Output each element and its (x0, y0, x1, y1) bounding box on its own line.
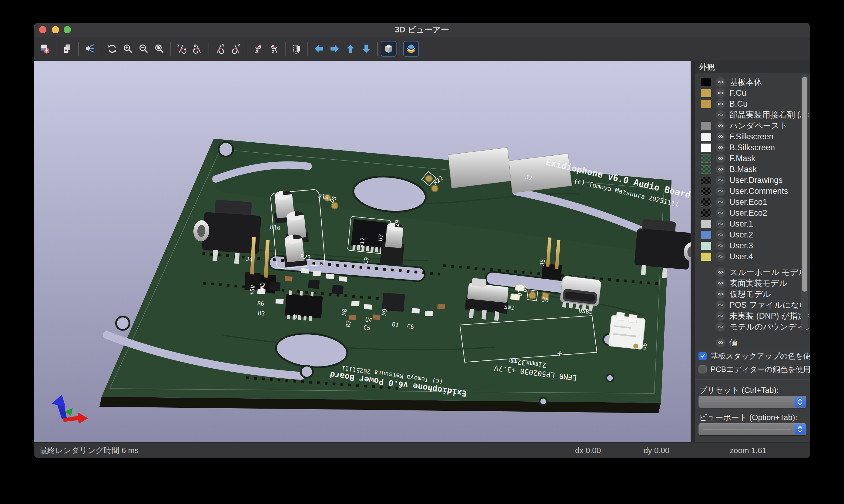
visibility-eye-icon[interactable] (716, 219, 725, 229)
visibility-eye-icon[interactable] (716, 164, 725, 174)
layer-row-adhesive[interactable]: 部品実装用接着剤 (Adhe (696, 109, 809, 120)
layer-color-swatch[interactable] (701, 176, 711, 184)
viewport-select[interactable] (699, 423, 806, 435)
layer-color-swatch[interactable] (701, 100, 711, 108)
layer-row-bcu[interactable]: B.Cu (696, 98, 809, 109)
layer-color-swatch[interactable] (701, 78, 711, 86)
preset-select[interactable] (699, 396, 806, 408)
layer-color-swatch[interactable] (701, 220, 711, 228)
3d-viewport[interactable]: Exidiophone v6.0 Audio Board (c) Tomoya … (34, 61, 691, 442)
visibility-eye-icon[interactable] (716, 252, 725, 262)
layer-row-user-eco1[interactable]: User.Eco1 (696, 197, 809, 208)
copy-image-button[interactable] (60, 41, 74, 56)
render-current-view-button[interactable] (83, 41, 97, 56)
visibility-eye-icon[interactable] (716, 154, 725, 163)
zoom-to-fit-button[interactable] (152, 41, 167, 56)
model-row-virtual[interactable]: 仮想モデル (696, 289, 809, 300)
visibility-eye-icon[interactable] (716, 197, 725, 207)
visibility-eye-icon[interactable] (716, 121, 725, 130)
layer-color-swatch[interactable] (701, 187, 711, 195)
rotate-x-ccw-button[interactable]: X (175, 41, 189, 56)
rotate-y-cw-button[interactable]: Y (228, 41, 243, 56)
reload-board-button[interactable] (38, 41, 52, 56)
layer-row-solder-paste[interactable]: ハンダペースト (696, 120, 809, 131)
visibility-eye-icon[interactable] (716, 132, 725, 141)
layer-color-swatch[interactable] (701, 231, 711, 239)
model-row-bounding-box[interactable]: モデルのバウンディング (696, 321, 809, 332)
silkscreen-ref: R7 (344, 320, 352, 327)
layer-row-fcu[interactable]: F.Cu (696, 88, 809, 98)
rotate-y-ccw-button[interactable]: Y (213, 41, 227, 56)
layer-color-swatch[interactable] (701, 111, 711, 119)
redraw-view-button[interactable] (105, 41, 119, 56)
visibility-eye-icon[interactable] (716, 143, 725, 152)
layer-color-swatch[interactable] (701, 165, 711, 174)
layer-row-fmask[interactable]: F.Mask (696, 153, 809, 164)
layer-color-swatch[interactable] (701, 242, 711, 250)
pan-right-icon (329, 43, 340, 54)
use-stackup-colors-row[interactable]: 基板スタックアップの色を使用 (699, 350, 810, 361)
layer-row-user2[interactable]: User.2 (696, 229, 809, 240)
value-row[interactable]: 値 (696, 337, 809, 348)
flip-board-button[interactable] (289, 41, 304, 56)
model-row-dnp[interactable]: 未実装 (DNP) が指定され (696, 310, 809, 321)
visibility-eye-icon[interactable] (716, 278, 725, 288)
visibility-eye-icon[interactable] (716, 110, 725, 120)
layer-row-bsilkscreen[interactable]: B.Silkscreen (696, 142, 809, 153)
visibility-eye-icon[interactable] (716, 322, 725, 332)
stepper-icon[interactable] (795, 397, 806, 407)
visibility-eye-icon[interactable] (716, 186, 725, 196)
pan-left-button[interactable] (312, 41, 326, 56)
use-pcb-copper-colors-row[interactable]: PCBエディターの銅色を使用 (699, 364, 810, 375)
layer-row-board-body[interactable]: 基板本体 (696, 77, 809, 88)
rotate-z-ccw-button[interactable]: Z (251, 41, 265, 56)
pan-right-button[interactable] (327, 41, 342, 56)
3d-canvas[interactable]: Exidiophone v6.0 Audio Board (c) Tomoya … (34, 61, 691, 442)
layer-color-swatch[interactable] (701, 155, 711, 163)
visibility-eye-icon[interactable] (716, 88, 725, 98)
title-bar[interactable]: 3D ビューアー (34, 23, 810, 37)
layer-row-user-comments[interactable]: User.Comments (696, 186, 809, 197)
layer-color-swatch[interactable] (701, 144, 711, 152)
layer-color-swatch[interactable] (701, 209, 711, 217)
visibility-eye-icon[interactable] (716, 267, 725, 277)
layer-row-user1[interactable]: User.1 (696, 218, 809, 229)
pan-down-button[interactable] (359, 41, 374, 56)
layer-row-user-drawings[interactable]: User.Drawings (696, 175, 809, 186)
visibility-eye-icon[interactable] (716, 230, 725, 239)
model-row-not-in-pos[interactable]: POS ファイルにないモデ (696, 300, 809, 310)
appearance-panel-toggle[interactable] (404, 41, 418, 56)
visibility-eye-icon[interactable] (716, 77, 725, 87)
zoom-out-button[interactable] (136, 41, 151, 56)
layer-row-user-eco2[interactable]: User.Eco2 (696, 208, 809, 218)
layer-row-user3[interactable]: User.3 (696, 240, 809, 251)
model-row-through-hole[interactable]: スルーホール モデル (696, 267, 809, 278)
use-pcb-copper-colors-checkbox[interactable] (699, 365, 707, 374)
stepper-icon[interactable] (795, 424, 806, 434)
layer-list-scrollbar[interactable] (801, 74, 808, 329)
layer-color-swatch[interactable] (701, 133, 711, 141)
visibility-eye-icon[interactable] (716, 241, 725, 251)
rotate-x-cw-button[interactable]: X (190, 41, 205, 56)
pan-up-button[interactable] (343, 41, 358, 56)
layer-row-fsilkscreen[interactable]: F.Silkscreen (696, 131, 809, 142)
zoom-in-button[interactable] (121, 41, 135, 56)
visibility-eye-icon[interactable] (716, 208, 725, 218)
orthographic-projection-toggle[interactable] (381, 41, 396, 56)
visibility-eye-icon[interactable] (716, 175, 725, 185)
layer-row-user4[interactable]: User.4 (696, 251, 809, 262)
layer-color-swatch[interactable] (701, 198, 711, 206)
visibility-eye-icon[interactable] (716, 300, 725, 310)
layer-row-bmask[interactable]: B.Mask (696, 164, 809, 175)
visibility-eye-icon[interactable] (716, 338, 725, 347)
layer-color-swatch[interactable] (701, 89, 711, 97)
rotate-z-cw-button[interactable]: Z (267, 41, 281, 56)
model-row-smd[interactable]: 表面実装モデル (696, 278, 809, 289)
visibility-eye-icon[interactable] (716, 311, 725, 321)
visibility-eye-icon[interactable] (716, 289, 725, 299)
use-stackup-colors-checkbox[interactable] (699, 352, 707, 360)
layer-color-swatch[interactable] (701, 253, 711, 261)
visibility-eye-icon[interactable] (716, 99, 725, 109)
layer-color-swatch[interactable] (701, 122, 711, 130)
scrollbar-thumb[interactable] (802, 77, 807, 292)
